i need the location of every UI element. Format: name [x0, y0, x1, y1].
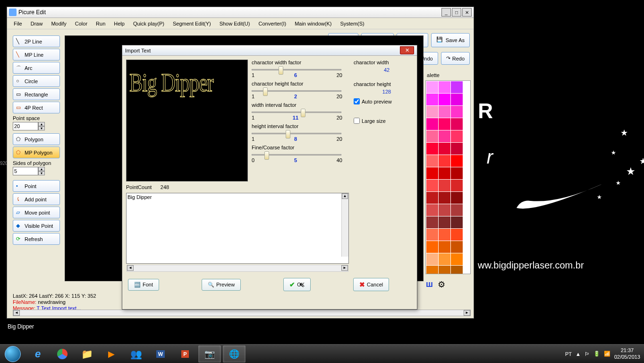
- slider-track[interactable]: [252, 69, 341, 70]
- slider-track[interactable]: [252, 133, 341, 134]
- sides-input[interactable]: [13, 167, 38, 175]
- minimize-button[interactable]: _: [441, 8, 451, 17]
- palette-color[interactable]: [439, 229, 450, 241]
- palette-color[interactable]: [439, 118, 450, 130]
- scroll-left[interactable]: ◄: [127, 265, 134, 271]
- menu-mainwindow[interactable]: Main window(K): [291, 20, 335, 27]
- task-media[interactable]: ▶: [100, 346, 123, 363]
- palette-color[interactable]: [451, 192, 463, 204]
- palette-color[interactable]: [439, 180, 450, 191]
- tool-add-point[interactable]: ⤹Add point: [13, 193, 60, 205]
- palette-color[interactable]: [451, 81, 463, 93]
- slider-thumb[interactable]: [301, 109, 305, 117]
- palette-color[interactable]: [426, 204, 438, 216]
- text-scroll-h[interactable]: ◄ ►: [127, 265, 348, 272]
- palette-color[interactable]: [451, 216, 463, 228]
- task-ppt[interactable]: P: [174, 346, 196, 363]
- tool-polygon[interactable]: ⬠Polygon: [13, 133, 60, 145]
- menu-draw[interactable]: Draw: [27, 20, 47, 27]
- menu-file[interactable]: File: [10, 20, 26, 27]
- start-button[interactable]: [0, 345, 25, 363]
- menu-system[interactable]: System(S): [336, 20, 368, 27]
- tool-point[interactable]: •Point: [13, 180, 60, 192]
- palette-color[interactable]: [451, 167, 463, 179]
- palette-color[interactable]: [439, 155, 450, 167]
- palette-color[interactable]: [426, 241, 438, 253]
- menu-quickplay[interactable]: Quick play(P): [129, 20, 168, 27]
- preview-button[interactable]: 🔍Preview: [202, 279, 241, 291]
- palette-color[interactable]: [426, 180, 438, 191]
- largesize-checkbox[interactable]: Large size: [354, 118, 420, 124]
- tool-mp-polygon[interactable]: ⬠MP Polygon: [13, 147, 60, 158]
- palette-color[interactable]: [439, 167, 450, 179]
- slider-track[interactable]: [252, 90, 341, 92]
- icon-2[interactable]: ⚙: [438, 279, 445, 290]
- flag-icon[interactable]: 🏳: [585, 351, 590, 357]
- palette-color[interactable]: [439, 192, 450, 204]
- spin-down[interactable]: ▼: [38, 126, 45, 130]
- tool-refresh[interactable]: ⟳Refresh: [13, 233, 60, 245]
- menu-modify[interactable]: Modify: [47, 20, 70, 27]
- horizontal-scrollbar[interactable]: ◄ ►: [13, 310, 471, 316]
- scroll-right[interactable]: ►: [464, 310, 470, 316]
- redo-button[interactable]: ↷Redo: [441, 52, 470, 65]
- palette-color[interactable]: [451, 155, 463, 167]
- menu-segmentedit[interactable]: Segment Edit(Y): [169, 20, 215, 27]
- autopreview-checkbox[interactable]: Auto preview: [354, 98, 420, 104]
- tool-2p-line[interactable]: ╲2P Line: [13, 35, 60, 47]
- dialog-close-button[interactable]: ✕: [400, 46, 414, 54]
- task-app[interactable]: 🌐: [223, 346, 246, 363]
- palette-color[interactable]: [426, 167, 438, 179]
- slider-thumb[interactable]: [279, 66, 283, 75]
- palette-color[interactable]: [426, 266, 438, 274]
- slider-track[interactable]: [252, 154, 341, 156]
- palette-color[interactable]: [451, 94, 463, 105]
- menu-color[interactable]: Color: [71, 20, 91, 27]
- task-chrome[interactable]: [51, 346, 74, 363]
- palette-color[interactable]: [439, 253, 450, 265]
- palette-color[interactable]: [439, 81, 450, 93]
- palette-color[interactable]: [451, 253, 463, 265]
- scroll-left[interactable]: ◄: [13, 310, 20, 316]
- palette-color[interactable]: [426, 192, 438, 204]
- palette-color[interactable]: [451, 266, 463, 274]
- tray-up-icon[interactable]: ▲: [576, 351, 581, 357]
- palette-color[interactable]: [426, 216, 438, 228]
- scroll-right[interactable]: ►: [341, 265, 348, 271]
- menu-converter[interactable]: Converter(I): [254, 20, 290, 27]
- palette-color[interactable]: [439, 216, 450, 228]
- palette-color[interactable]: [439, 143, 450, 155]
- tool-arc[interactable]: ⌒Arc: [13, 62, 60, 74]
- menu-showedit[interactable]: Show Edit(U): [216, 20, 254, 27]
- menu-run[interactable]: Run: [92, 20, 109, 27]
- task-word[interactable]: W: [149, 346, 172, 363]
- tool-move-point[interactable]: ▱Move point: [13, 207, 60, 218]
- palette-color[interactable]: [439, 204, 450, 216]
- slider-thumb[interactable]: [263, 87, 268, 96]
- palette-color[interactable]: [426, 155, 438, 167]
- tool-visible-point[interactable]: ◆Visible Point: [13, 220, 60, 232]
- text-input-area[interactable]: Big Dipper ▲ ◄ ►: [126, 193, 349, 264]
- palette-color[interactable]: [451, 143, 463, 155]
- palette-color[interactable]: [451, 130, 463, 142]
- menu-help[interactable]: Help: [110, 20, 128, 27]
- slider-track[interactable]: [252, 112, 341, 113]
- palette-color[interactable]: [426, 81, 438, 93]
- palette-color[interactable]: [439, 266, 450, 274]
- palette-color[interactable]: [451, 204, 463, 216]
- tool-4p-rect[interactable]: ▭4P Rect: [13, 102, 60, 113]
- pointspace-input[interactable]: [13, 122, 38, 130]
- close-button[interactable]: ✕: [462, 8, 472, 17]
- tool-circle[interactable]: ○Circle: [13, 75, 60, 87]
- palette-color[interactable]: [426, 253, 438, 265]
- text-scroll-v[interactable]: ▲: [341, 193, 348, 257]
- palette-color[interactable]: [426, 229, 438, 241]
- task-explorer[interactable]: 📁: [76, 346, 98, 363]
- palette-color[interactable]: [426, 94, 438, 105]
- spin-up[interactable]: ▲: [38, 122, 45, 126]
- palette-color[interactable]: [439, 130, 450, 142]
- task-people[interactable]: 👥: [125, 346, 147, 363]
- maximize-button[interactable]: □: [452, 8, 461, 17]
- autopreview-input[interactable]: [354, 98, 360, 104]
- palette-color[interactable]: [451, 106, 463, 118]
